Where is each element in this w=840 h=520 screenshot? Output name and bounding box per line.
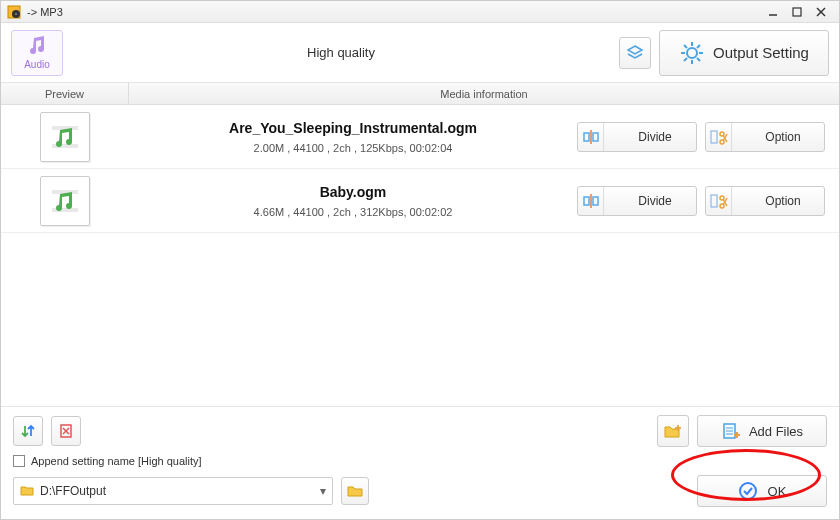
divide-button[interactable]: Divide bbox=[577, 186, 697, 216]
scissors-icon bbox=[710, 192, 728, 210]
svg-rect-21 bbox=[711, 131, 717, 143]
folder-plus-icon bbox=[663, 422, 683, 440]
svg-rect-31 bbox=[711, 195, 717, 207]
svg-rect-19 bbox=[593, 133, 598, 141]
file-row[interactable]: Are_You_Sleeping_Instrumental.ogm 2.00M … bbox=[1, 105, 839, 169]
file-meta: 2.00M , 44100 , 2ch , 125Kbps, 00:02:04 bbox=[254, 142, 453, 154]
add-folder-button[interactable] bbox=[657, 415, 689, 447]
svg-rect-4 bbox=[793, 8, 801, 16]
ok-label: OK bbox=[768, 484, 787, 499]
remove-button[interactable] bbox=[51, 416, 81, 446]
folder-icon bbox=[20, 484, 34, 499]
divide-icon bbox=[582, 192, 600, 210]
app-icon bbox=[7, 5, 21, 19]
file-thumbnail bbox=[1, 176, 129, 226]
browse-folder-button[interactable] bbox=[341, 477, 369, 505]
minimize-button[interactable] bbox=[761, 4, 785, 20]
svg-line-14 bbox=[697, 45, 700, 48]
option-label: Option bbox=[742, 130, 824, 144]
svg-rect-18 bbox=[584, 133, 589, 141]
output-path-select[interactable]: D:\FFOutput ▾ bbox=[13, 477, 333, 505]
svg-rect-29 bbox=[593, 197, 598, 205]
divide-button[interactable]: Divide bbox=[577, 122, 697, 152]
svg-rect-27 bbox=[52, 208, 78, 212]
file-info: Are_You_Sleeping_Instrumental.ogm 2.00M … bbox=[129, 120, 577, 154]
svg-point-47 bbox=[740, 483, 756, 499]
add-files-button[interactable]: Add Files bbox=[697, 415, 827, 447]
file-list: Are_You_Sleeping_Instrumental.ogm 2.00M … bbox=[1, 105, 839, 406]
divide-icon bbox=[582, 128, 600, 146]
music-note-icon bbox=[26, 35, 48, 57]
svg-line-13 bbox=[697, 58, 700, 61]
option-button[interactable]: Option bbox=[705, 122, 825, 152]
svg-point-2 bbox=[15, 13, 17, 15]
delete-file-icon bbox=[58, 423, 74, 439]
output-setting-button[interactable]: Output Setting bbox=[659, 30, 829, 76]
move-button[interactable] bbox=[13, 416, 43, 446]
swap-arrows-icon bbox=[20, 423, 36, 439]
output-setting-label: Output Setting bbox=[713, 44, 809, 61]
option-button[interactable]: Option bbox=[705, 186, 825, 216]
ok-button[interactable]: OK bbox=[697, 475, 827, 507]
audio-label: Audio bbox=[24, 59, 50, 70]
folder-icon bbox=[347, 484, 363, 498]
scissors-icon bbox=[710, 128, 728, 146]
divide-label: Divide bbox=[614, 130, 696, 144]
preview-column-header: Preview bbox=[1, 83, 129, 104]
audio-file-icon bbox=[48, 120, 82, 154]
append-setting-row: Append setting name [High quality] bbox=[13, 455, 827, 467]
window-title: -> MP3 bbox=[27, 6, 63, 18]
close-button[interactable] bbox=[809, 4, 833, 20]
svg-rect-28 bbox=[584, 197, 589, 205]
add-files-label: Add Files bbox=[749, 424, 803, 439]
file-thumbnail bbox=[1, 112, 129, 162]
quality-label: High quality bbox=[71, 45, 611, 60]
top-toolbar: Audio High quality Output Setting bbox=[1, 23, 839, 83]
document-plus-icon bbox=[721, 422, 741, 440]
file-name: Are_You_Sleeping_Instrumental.ogm bbox=[229, 120, 477, 136]
maximize-button[interactable] bbox=[785, 4, 809, 20]
svg-line-12 bbox=[684, 45, 687, 48]
svg-rect-17 bbox=[52, 144, 78, 148]
column-headers: Preview Media information bbox=[1, 83, 839, 105]
file-name: Baby.ogm bbox=[320, 184, 387, 200]
layers-icon bbox=[626, 44, 644, 62]
layers-button[interactable] bbox=[619, 37, 651, 69]
svg-line-15 bbox=[684, 58, 687, 61]
append-setting-label: Append setting name [High quality] bbox=[31, 455, 202, 467]
checkmark-circle-icon bbox=[738, 481, 758, 501]
bottom-toolbar: Add Files Append setting name [High qual… bbox=[1, 406, 839, 519]
media-column-header: Media information bbox=[129, 83, 839, 104]
file-info: Baby.ogm 4.66M , 44100 , 2ch , 312Kbps, … bbox=[129, 184, 577, 218]
audio-format-button[interactable]: Audio bbox=[11, 30, 63, 76]
svg-point-7 bbox=[687, 48, 697, 58]
audio-file-icon bbox=[48, 184, 82, 218]
chevron-down-icon: ▾ bbox=[320, 484, 326, 498]
append-setting-checkbox[interactable] bbox=[13, 455, 25, 467]
file-row[interactable]: Baby.ogm 4.66M , 44100 , 2ch , 312Kbps, … bbox=[1, 169, 839, 233]
titlebar: -> MP3 bbox=[1, 1, 839, 23]
gear-icon bbox=[679, 40, 705, 66]
output-path-value: D:\FFOutput bbox=[40, 484, 106, 498]
option-label: Option bbox=[742, 194, 824, 208]
file-meta: 4.66M , 44100 , 2ch , 312Kbps, 00:02:02 bbox=[254, 206, 453, 218]
divide-label: Divide bbox=[614, 194, 696, 208]
